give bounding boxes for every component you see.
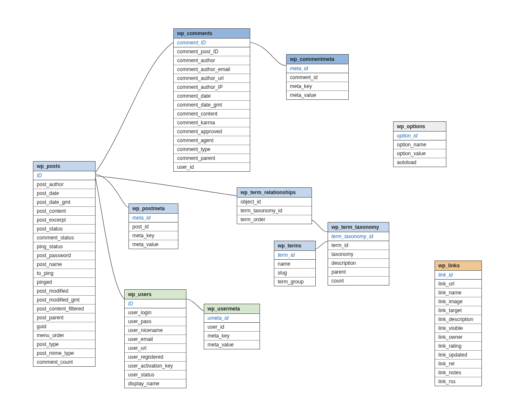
table-field: to_ping xyxy=(33,269,95,278)
table-field: post_id xyxy=(129,222,178,231)
table-field: meta_key xyxy=(287,82,348,91)
table-field: link_description xyxy=(435,315,481,324)
table-field: comment_date xyxy=(174,92,250,101)
table-field: ID xyxy=(33,171,95,180)
table-field: name xyxy=(274,260,315,269)
table-wp_options: wp_optionsoption_idoption_nameoption_val… xyxy=(393,121,446,167)
table-field: comment_post_ID xyxy=(174,47,250,56)
table-field: term_taxonomy_id xyxy=(237,206,312,215)
table-field: user_status xyxy=(125,371,186,379)
table-field: user_login xyxy=(125,308,186,317)
table-field: user_pass xyxy=(125,317,186,326)
table-field: post_mime_type xyxy=(33,349,95,358)
table-wp_term_taxonomy: wp_term_taxonomyterm_taxonomy_idterm_idt… xyxy=(328,222,389,285)
table-field: link_image xyxy=(435,297,481,306)
table-field: post_type xyxy=(33,340,95,349)
table-field: user_email xyxy=(125,335,186,344)
table-field: post_parent xyxy=(33,313,95,322)
table-field: slug xyxy=(274,269,315,277)
table-wp_terms: wp_termsterm_idnameslugterm_group xyxy=(274,241,316,286)
table-field: link_url xyxy=(435,280,481,288)
table-field: link_rel xyxy=(435,360,481,368)
table-header: wp_term_relationships xyxy=(237,188,312,198)
table-field: comment_author xyxy=(174,56,250,65)
table-field: user_registered xyxy=(125,353,186,362)
table-header: wp_term_taxonomy xyxy=(328,222,389,232)
table-field: parent xyxy=(328,268,389,277)
table-field: post_password xyxy=(33,251,95,260)
table-field: meta_key xyxy=(129,231,178,240)
table-field: link_rating xyxy=(435,342,481,351)
table-field: object_id xyxy=(237,198,312,206)
table-header: wp_usermeta xyxy=(204,304,260,314)
table-field: meta_id xyxy=(129,214,178,222)
table-field: post_excerpt xyxy=(33,216,95,225)
table-field: option_name xyxy=(394,140,446,149)
table-field: ID xyxy=(125,299,186,308)
table-field: display_name xyxy=(125,379,186,388)
table-wp_comments: wp_commentscomment_IDcomment_post_IDcomm… xyxy=(173,28,250,172)
table-field: comment_parent xyxy=(174,154,250,163)
table-field: guid xyxy=(33,322,95,331)
table-field: term_order xyxy=(237,215,312,224)
table-field: post_name xyxy=(33,260,95,269)
table-field: meta_id xyxy=(287,64,348,73)
table-field: user_id xyxy=(204,323,260,332)
table-field: meta_value xyxy=(204,340,260,349)
table-field: count xyxy=(328,277,389,285)
table-field: meta_value xyxy=(287,91,348,99)
table-field: comment_type xyxy=(174,145,250,154)
table-field: link_notes xyxy=(435,368,481,377)
table-wp_commentmeta: wp_commentmetameta_idcomment_idmeta_keym… xyxy=(286,54,349,100)
table-field: taxonomy xyxy=(328,250,389,259)
table-field: option_id xyxy=(394,132,446,140)
table-field: post_content xyxy=(33,207,95,216)
table-wp_users: wp_usersIDuser_loginuser_passuser_nicena… xyxy=(124,289,186,388)
table-field: link_visible xyxy=(435,324,481,333)
table-field: comment_ID xyxy=(174,38,250,47)
table-header: wp_commentmeta xyxy=(287,55,348,64)
table-wp_postmeta: wp_postmetameta_idpost_idmeta_keymeta_va… xyxy=(129,203,178,249)
table-header: wp_postmeta xyxy=(129,204,178,214)
table-field: comment_author_url xyxy=(174,74,250,83)
table-field: comment_author_IP xyxy=(174,83,250,92)
table-field: post_status xyxy=(33,225,95,233)
table-wp_posts: wp_postsIDpost_authorpost_datepost_date_… xyxy=(33,161,96,367)
table-wp_links: wp_linkslink_idlink_urllink_namelink_ima… xyxy=(435,261,482,386)
table-field: post_modified_gmt xyxy=(33,296,95,305)
table-field: meta_value xyxy=(129,240,178,249)
table-field: ping_status xyxy=(33,242,95,251)
table-field: umeta_id xyxy=(204,314,260,323)
table-field: description xyxy=(328,259,389,268)
table-field: comment_author_email xyxy=(174,65,250,74)
table-field: comment_agent xyxy=(174,136,250,145)
table-wp_term_relationships: wp_term_relationshipsobject_idterm_taxon… xyxy=(237,187,312,224)
table-field: comment_count xyxy=(33,358,95,366)
table-wp_usermeta: wp_usermetaumeta_iduser_idmeta_keymeta_v… xyxy=(204,304,260,349)
table-field: user_url xyxy=(125,344,186,353)
table-field: comment_status xyxy=(33,233,95,242)
table-field: user_nicename xyxy=(125,326,186,335)
table-header: wp_options xyxy=(394,122,446,132)
table-field: autoload xyxy=(394,158,446,167)
table-header: wp_users xyxy=(125,290,186,299)
table-field: post_date_gmt xyxy=(33,198,95,207)
table-field: comment_date_gmt xyxy=(174,101,250,110)
table-field: term_id xyxy=(274,251,315,260)
table-field: option_value xyxy=(394,149,446,158)
table-header: wp_comments xyxy=(174,29,250,38)
table-header: wp_posts xyxy=(33,162,95,171)
table-field: menu_order xyxy=(33,331,95,340)
table-header: wp_terms xyxy=(274,241,315,251)
table-header: wp_links xyxy=(435,261,481,271)
table-field: user_activation_key xyxy=(125,362,186,371)
table-field: term_taxonomy_id xyxy=(328,232,389,241)
table-field: term_group xyxy=(274,277,315,286)
table-field: term_id xyxy=(328,241,389,250)
table-field: comment_id xyxy=(287,73,348,82)
table-field: meta_key xyxy=(204,332,260,340)
table-field: link_owner xyxy=(435,333,481,342)
table-field: comment_karma xyxy=(174,118,250,127)
table-field: link_id xyxy=(435,271,481,280)
table-field: post_modified xyxy=(33,287,95,296)
